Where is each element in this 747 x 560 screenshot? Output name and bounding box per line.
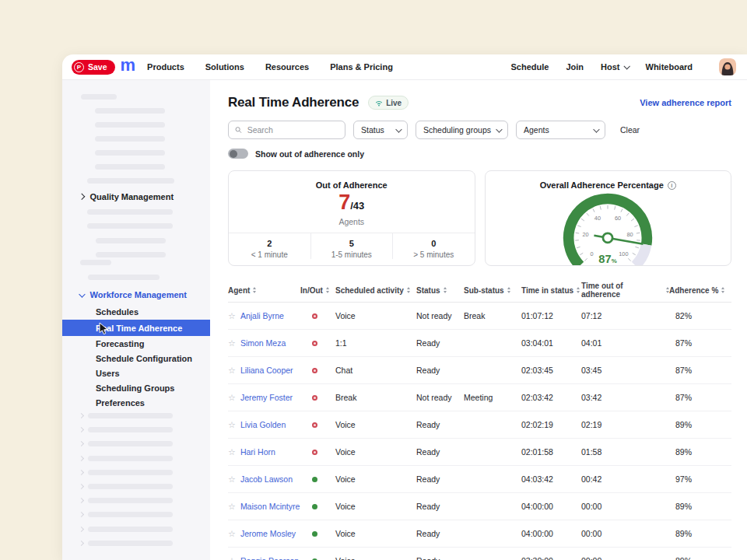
nav-item-join[interactable]: Join	[566, 62, 584, 72]
top-navbar: P Save m Products Solutions Resources Pl…	[62, 54, 747, 80]
star-icon[interactable]: ☆	[228, 502, 236, 512]
skeleton-bar	[87, 209, 173, 215]
out-of-adherence-card: Out of Adherence 7/43 Agents 2 < 1 minut…	[228, 170, 475, 266]
search-input[interactable]	[246, 124, 338, 135]
skeleton-bar	[95, 164, 165, 170]
breakdown-1-5-minutes: 5 1-5 minutes	[310, 233, 393, 259]
agent-name-link[interactable]: Liliana Cooper	[240, 366, 293, 375]
time-in-status-cell: 04:00:00	[521, 529, 581, 538]
agent-name-link[interactable]: Simon Meza	[240, 338, 286, 348]
view-adherence-report-link[interactable]: View adherence report	[640, 98, 731, 107]
svg-text:40: 40	[594, 215, 601, 222]
sidebar-item-workforce-management[interactable]: Workforce Management	[79, 289, 187, 301]
card-title: Out of Adherence	[316, 180, 388, 190]
toggle-label: Show out of adherence only	[255, 149, 364, 159]
sidebar-item-real-time-adherence[interactable]: Real Time Adherence	[62, 320, 210, 336]
time-in-status-cell: 02:01:58	[521, 447, 581, 457]
star-icon[interactable]: ☆	[228, 338, 236, 348]
agent-name-link[interactable]: Maison Mcintyre	[240, 502, 300, 511]
adherence-cell: 97%	[669, 474, 731, 484]
info-icon[interactable]: i	[668, 181, 676, 190]
skeleton-bar	[88, 470, 173, 475]
status-dropdown[interactable]: Status	[353, 121, 408, 139]
scheduling-groups-dropdown[interactable]: Scheduling groups	[416, 121, 508, 139]
column-header[interactable]: Agent	[228, 286, 300, 295]
clear-filters-button[interactable]: Clear	[620, 125, 640, 135]
nav-item-products[interactable]: Products	[147, 62, 184, 72]
skeleton-bar	[96, 252, 166, 257]
search-box[interactable]	[228, 121, 345, 139]
chevron-down-icon	[623, 63, 630, 69]
column-header-label: In/Out	[300, 286, 323, 295]
agents-dropdown[interactable]: Agents	[516, 121, 605, 139]
star-icon[interactable]: ☆	[228, 556, 236, 560]
star-icon[interactable]: ☆	[228, 366, 236, 376]
skeleton-bar	[95, 150, 165, 156]
table-row: ☆ Liliana Cooper Chat Ready 02:03:45 03:…	[228, 357, 731, 384]
column-header[interactable]: In/Out	[300, 286, 335, 295]
sidebar-item-preferences[interactable]: Preferences	[62, 395, 210, 411]
sidebar-item-schedules[interactable]: Schedules	[62, 304, 210, 320]
chevron-down-icon	[496, 126, 502, 132]
sidebar-item-users[interactable]: Users	[62, 366, 210, 381]
sort-icon	[507, 287, 510, 293]
pinterest-save-button[interactable]: P Save	[72, 60, 115, 75]
sort-icon	[253, 287, 256, 293]
star-icon[interactable]: ☆	[228, 311, 236, 321]
search-icon	[235, 126, 242, 134]
nav-item-solutions[interactable]: Solutions	[205, 62, 244, 72]
star-icon[interactable]: ☆	[228, 474, 236, 485]
star-icon[interactable]: ☆	[228, 393, 236, 403]
nav-item-whiteboard[interactable]: Whiteboard	[646, 62, 693, 72]
star-icon[interactable]: ☆	[228, 420, 236, 430]
status-cell: Ready	[416, 338, 464, 348]
sidebar-item-quality-management[interactable]: Quality Management	[79, 191, 174, 203]
column-header[interactable]: Status	[416, 286, 464, 295]
sidebar-item-forecasting[interactable]: Forecasting	[62, 336, 210, 352]
out-of-adherence-toggle[interactable]	[228, 149, 248, 159]
column-header[interactable]: Adherence %	[669, 286, 731, 295]
status-cell: Ready	[416, 556, 464, 560]
skeleton-bar	[80, 260, 111, 265]
agent-name-link[interactable]: Jacob Lawson	[240, 474, 293, 484]
agent-name-link[interactable]: Hari Horn	[240, 447, 275, 457]
column-header[interactable]: Time in status	[521, 286, 581, 295]
status-cell: Ready	[416, 366, 464, 375]
skeleton-bar	[88, 484, 173, 489]
column-header-label: Time in status	[521, 286, 573, 295]
column-header[interactable]: Time out of adherence	[581, 282, 669, 299]
agent-name-link[interactable]: Anjali Byrne	[240, 311, 284, 320]
miro-logo[interactable]: m	[121, 57, 135, 74]
sort-icon	[407, 287, 410, 293]
agent-name-link[interactable]: Jeremy Foster	[240, 393, 293, 402]
agent-name-link[interactable]: Jerome Mosley	[240, 529, 296, 538]
nav-item-resources[interactable]: Resources	[265, 62, 309, 72]
adherence-cell: 89%	[669, 556, 731, 560]
nav-item-host[interactable]: Host	[601, 62, 628, 72]
agent-name-link[interactable]: Reggie Pearson	[240, 556, 299, 560]
status-dropdown-label: Status	[361, 125, 384, 135]
nav-item-plans-pricing[interactable]: Plans & Pricing	[330, 62, 393, 72]
scheduled-activity-cell: 1:1	[335, 338, 416, 348]
skeleton-bar	[87, 223, 173, 229]
star-icon[interactable]: ☆	[228, 529, 236, 539]
agent-name-link[interactable]: Livia Golden	[240, 420, 286, 429]
nav-item-schedule[interactable]: Schedule	[511, 62, 549, 72]
avatar[interactable]	[719, 58, 736, 75]
column-header[interactable]: Scheduled activity	[335, 286, 416, 295]
sidebar-item-scheduling-groups[interactable]: Scheduling Groups	[62, 380, 210, 396]
time-out-of-adherence-cell: 04:01	[581, 338, 669, 348]
svg-text:0: 0	[591, 250, 594, 257]
star-icon[interactable]: ☆	[228, 447, 236, 457]
sub-status-cell: Meeting	[464, 393, 521, 402]
chevron-right-icon	[79, 527, 84, 532]
column-header[interactable]: Sub-status	[464, 286, 521, 295]
chevron-right-icon	[79, 413, 84, 418]
chevron-right-icon	[79, 456, 84, 461]
table-row: ☆ Hari Horn Voice Ready 02:01:58 01:58 8…	[228, 439, 731, 466]
sidebar-item-schedule-configuration[interactable]: Schedule Configuration	[62, 351, 210, 366]
table-row: ☆ Maison Mcintyre Voice Ready 04:00:00 0…	[228, 493, 731, 520]
scheduled-activity-cell: Voice	[335, 502, 416, 511]
time-in-status-cell: 04:03:42	[521, 474, 581, 484]
breakdown-value: 0	[393, 239, 475, 248]
